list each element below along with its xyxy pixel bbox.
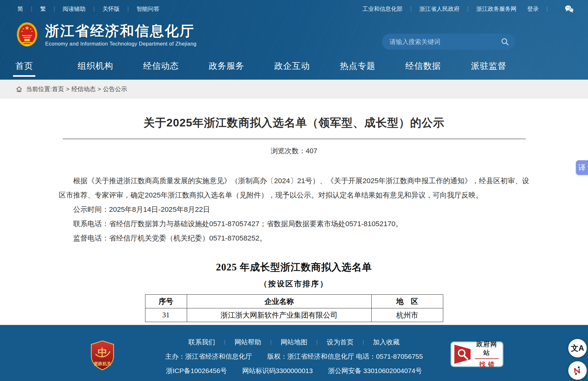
party-gov-badge[interactable]: 中 党政机关 xyxy=(90,340,115,370)
divider xyxy=(32,6,32,11)
title-divider xyxy=(63,139,526,139)
divider xyxy=(225,340,225,345)
link-care-version[interactable]: 关怀版 xyxy=(102,5,120,13)
paragraph-public-period: 公示时间：2025年8月14日-2025年8月22日 xyxy=(59,202,529,217)
attachment-section: 2025 年成长型浙江数商拟入选名单 （按设区市排序） 序号 企业名称 地 区 … xyxy=(0,261,588,322)
share-network-fab[interactable] xyxy=(568,361,587,380)
footer-site-code: 网站标识码3300000013 xyxy=(242,366,313,375)
paragraph-supervision-phone: 监督电话：省经信厅机关党委（机关纪委）0571-87058252。 xyxy=(59,231,529,245)
divider xyxy=(94,6,94,11)
footer-link-favorite[interactable]: 加入收藏 xyxy=(373,338,400,347)
find-error-flag-icon xyxy=(454,344,471,364)
footer-link-set-home[interactable]: 设为首页 xyxy=(327,338,354,347)
top-bar-left: 简 繁 阅读辅助 关怀版 智能问答 xyxy=(18,5,159,13)
find-error-line1: 政府网站 xyxy=(474,340,499,357)
divider xyxy=(54,6,54,11)
nav-item-home[interactable]: 首页 xyxy=(15,54,33,77)
footer-host: 主办：浙江省经济和信息化厅 xyxy=(165,352,252,361)
breadcrumb: 当前位置:首页> 经信动态> 公告公示 xyxy=(0,80,588,99)
col-header-region: 地 区 xyxy=(371,295,443,308)
attachment-subtitle: （按设区市排序） xyxy=(0,279,588,289)
divider xyxy=(271,340,271,345)
divider xyxy=(128,6,128,11)
divider xyxy=(468,6,468,11)
nav-item-supervision[interactable]: 派驻监督 xyxy=(471,54,507,77)
find-error-line2: 找错 xyxy=(474,360,499,369)
nav-item-gov-services[interactable]: 政务服务 xyxy=(209,54,244,77)
nav-item-interaction[interactable]: 政企互动 xyxy=(274,54,310,77)
nav-item-organization[interactable]: 组织机构 xyxy=(78,54,113,77)
footer-registration-row: 浙ICP备10026456号 网站标识码3300000013 浙公网安备 330… xyxy=(0,366,588,375)
paragraph: 根据《关于推进浙江数商高质量发展的实施意见》（浙制高办〔2024〕21号）、《关… xyxy=(59,174,529,202)
article-body: 根据《关于推进浙江数商高质量发展的实施意见》（浙制高办〔2024〕21号）、《关… xyxy=(59,174,529,245)
breadcrumb-home[interactable]: 首页 xyxy=(52,85,64,93)
translate-fab[interactable]: 文A xyxy=(568,339,587,357)
link-zj-gov[interactable]: 浙江省人民政府 xyxy=(419,5,459,13)
footer-icp: 浙ICP备10026456号 xyxy=(166,366,227,375)
breadcrumb-separator: > xyxy=(97,86,101,93)
divider xyxy=(363,340,363,345)
masthead: 浙江省经济和信息化厅 Economy and Information Techn… xyxy=(0,18,588,52)
link-smart-qa[interactable]: 智能问答 xyxy=(136,5,159,13)
footer-link-contact[interactable]: 联系我们 xyxy=(188,338,215,347)
paragraph-contact-phone: 联系电话：省经信厅数据算力与基础设施处0571-87057427；省数据局数据要… xyxy=(59,217,529,231)
find-error-divider xyxy=(475,358,499,359)
top-bar-right: 工业和信息化部 浙江省人民政府 浙江政务服务网 登录 xyxy=(362,5,574,13)
col-header-number: 序号 xyxy=(145,295,187,308)
table-header-row: 序号 企业名称 地 区 xyxy=(145,295,443,308)
brand-block: 浙江省经济和信息化厅 Economy and Information Techn… xyxy=(45,23,197,47)
link-reading-aid[interactable]: 阅读辅助 xyxy=(63,5,86,13)
top-bar: 简 繁 阅读辅助 关怀版 智能问答 工业和信息化部 浙江省人民政府 浙江政务服务… xyxy=(0,0,588,18)
cell-region: 杭州市 xyxy=(371,308,443,322)
party-gov-badge-label: 党政机关 xyxy=(94,361,111,366)
login-link[interactable]: 登录 xyxy=(527,5,539,13)
breadcrumb-announcements[interactable]: 公告公示 xyxy=(103,85,127,93)
link-zj-service[interactable]: 浙江政务服务网 xyxy=(476,5,516,13)
link-simplified[interactable]: 简 xyxy=(18,5,23,13)
breadcrumb-news[interactable]: 经信动态 xyxy=(71,85,95,93)
nav-item-data[interactable]: 经信数据 xyxy=(405,54,441,77)
nav-item-news[interactable]: 经信动态 xyxy=(143,54,179,77)
article: 关于2025年浙江数商拟入选名单（领军型、成长型）的公示 浏览次数：407 根据… xyxy=(0,99,588,322)
divider xyxy=(547,6,547,11)
footer-copyright: 版权：浙江省经济和信息化厅 电话：0571-87056755 xyxy=(267,352,423,361)
view-count: 浏览次数：407 xyxy=(0,146,588,156)
network-icon xyxy=(572,365,583,376)
page: 简 繁 阅读辅助 关怀版 智能问答 工业和信息化部 浙江省人民政府 浙江政务服务… xyxy=(0,0,588,381)
national-emblem-logo[interactable] xyxy=(17,22,38,48)
breadcrumb-separator: > xyxy=(66,86,69,93)
main-nav: 首页 组织机构 经信动态 政务服务 政企互动 热点专题 经信数据 派驻监督 xyxy=(0,52,588,80)
nav-item-hot-topics[interactable]: 热点专题 xyxy=(340,54,375,77)
gov-site-find-error-badge[interactable]: 政府网站 找错 xyxy=(451,341,503,367)
wechat-icon[interactable] xyxy=(564,5,574,13)
link-traditional[interactable]: 繁 xyxy=(40,5,46,13)
site-subtitle: Economy and Information Technology Depar… xyxy=(45,41,197,47)
cell-number: 31 xyxy=(145,308,187,322)
find-error-texts: 政府网站 找错 xyxy=(474,340,499,369)
divider xyxy=(411,6,411,11)
attachment-title: 2025 年成长型浙江数商拟入选名单 xyxy=(0,261,588,274)
footer-police-record: 浙公网安备 33010602004074号 xyxy=(328,366,422,375)
search-input[interactable] xyxy=(389,38,501,46)
site-title: 浙江省经济和信息化厅 xyxy=(45,23,197,39)
search-box xyxy=(382,34,515,50)
cell-company: 浙江浙大网新软件产业集团有限公司 xyxy=(187,308,371,322)
footer-link-help[interactable]: 网站帮助 xyxy=(234,338,261,347)
search-icon[interactable] xyxy=(501,38,509,46)
breadcrumb-prefix: 当前位置: xyxy=(26,85,52,93)
divider xyxy=(317,340,317,345)
home-icon[interactable] xyxy=(16,86,22,92)
footer-link-sitemap[interactable]: 网站地图 xyxy=(281,338,307,347)
site-header: 简 繁 阅读辅助 关怀版 智能问答 工业和信息化部 浙江省人民政府 浙江政务服务… xyxy=(0,0,588,80)
article-title: 关于2025年浙江数商拟入选名单（领军型、成长型）的公示 xyxy=(0,115,588,130)
translate-icon: 文A xyxy=(571,343,584,353)
link-miit[interactable]: 工业和信息化部 xyxy=(362,5,402,13)
shortlist-table: 序号 企业名称 地 区 31 浙江浙大网新软件产业集团有限公司 杭州市 xyxy=(145,294,443,322)
translate-side-tab[interactable]: 译 xyxy=(576,160,588,175)
col-header-company: 企业名称 xyxy=(187,295,371,308)
table-row: 31 浙江浙大网新软件产业集团有限公司 杭州市 xyxy=(145,308,443,322)
footer: 联系我们 网站帮助 网站地图 设为首页 加入收藏 主办：浙江省经济和信息化厅 版… xyxy=(0,325,588,381)
